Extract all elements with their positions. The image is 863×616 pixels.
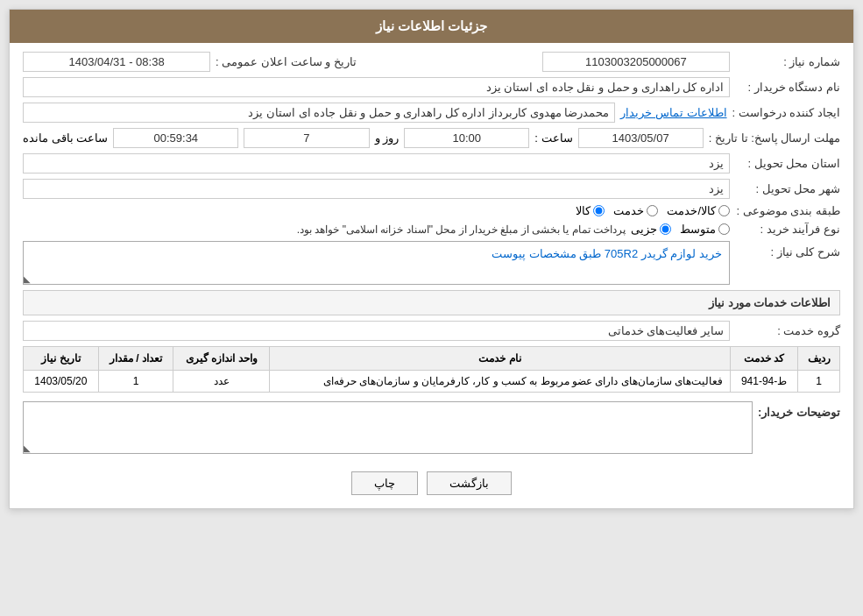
service-group-label: گروه خدمت : [735,324,840,337]
response-time-value: 10:00 [404,128,529,148]
remaining-value: 00:59:34 [113,128,238,148]
col-header-service-code: کد خدمت [731,347,798,371]
category-radio-group: کالا/خدمت خدمت کالا [576,204,730,217]
actions-row: بازگشت چاپ [23,463,840,499]
purchase-type-motavaset-label: متوسط [680,223,716,236]
category-option-khedmat-label: خدمت [613,204,644,217]
announcement-datetime-value: 1403/04/31 - 08:38 [23,52,210,72]
delivery-province-row: استان محل تحویل : یزد [23,153,840,173]
category-option-kala-khedmat[interactable]: کالا/خدمت [667,204,730,217]
need-description-label: شرح کلی نیاز : [735,241,840,258]
contact-link[interactable]: اطلاعات تماس خریدار [620,106,726,119]
need-description-value: خرید لوازم گریدر 705R2 طبق مشخصات پیوست [23,241,730,285]
announcement-datetime-label: تاریخ و ساعت اعلان عمومی : [216,55,357,68]
purchase-type-radio-jozii[interactable] [660,223,671,235]
purchase-type-label: نوع فرآیند خرید : [735,223,840,236]
category-option-khedmat[interactable]: خدمت [613,204,658,217]
category-radio-khedmat[interactable] [647,205,658,216]
cell-unit: عدد [173,371,270,393]
table-row: 1 ط-94-941 فعالیت‌های سازمان‌های دارای ع… [24,371,840,393]
print-button[interactable]: چاپ [351,471,418,495]
need-number-label: شماره نیاز : [735,55,840,68]
cell-row-number: 1 [798,371,840,393]
remaining-label: ساعت باقی مانده [23,131,108,145]
services-section-title: اطلاعات خدمات مورد نیاز [23,290,840,315]
purchase-type-option-jozii[interactable]: جزیی [631,223,671,236]
purchase-type-option-motavaset[interactable]: متوسط [680,223,730,236]
col-header-quantity: تعداد / مقدار [98,347,173,371]
service-group-value: سایر فعالیت‌های خدماتی [23,321,730,341]
back-button[interactable]: بازگشت [427,471,512,495]
delivery-city-label: شهر محل تحویل : [735,182,840,195]
service-group-row: گروه خدمت : سایر فعالیت‌های خدماتی [23,321,840,341]
creator-label: ایجاد کننده درخواست : [732,106,840,119]
cell-service-code: ط-94-941 [731,371,798,393]
need-description-row: شرح کلی نیاز : خرید لوازم گریدر 705R2 طب… [23,241,840,285]
delivery-province-value: یزد [23,153,730,173]
response-days-value: 7 [244,128,369,148]
buyer-notes-row: توضیحات خریدار: [23,401,840,454]
response-time-label: ساعت : [534,131,572,145]
col-header-service-name: نام خدمت [270,347,731,371]
content-area: شماره نیاز : 1103003205000067 تاریخ و سا… [10,43,853,508]
category-option-kala-khedmat-label: کالا/خدمت [667,204,716,217]
page-title: جزئیات اطلاعات نیاز [376,18,487,33]
cell-date: 1403/05/20 [24,371,99,393]
col-header-row-number: ردیف [798,347,840,371]
category-option-kala-label: کالا [576,204,591,217]
page-container: جزئیات اطلاعات نیاز شماره نیاز : 1103003… [9,9,854,509]
cell-service-name: فعالیت‌های سازمان‌های دارای عضو مربوط به… [270,371,731,393]
buyer-notes-box [23,401,753,454]
buyer-org-label: نام دستگاه خریدار : [735,81,840,94]
buyer-org-row: نام دستگاه خریدار : اداره کل راهداری و ح… [23,77,840,97]
category-row: طبقه بندی موضوعی : کالا/خدمت خدمت کالا [23,204,840,217]
purchase-type-jozii-label: جزیی [631,223,657,236]
need-number-row: شماره نیاز : 1103003205000067 تاریخ و سا… [23,52,840,72]
category-label: طبقه بندی موضوعی : [735,204,840,217]
delivery-city-value: یزد [23,179,730,199]
response-date-value: 1403/05/07 [578,128,704,148]
cell-quantity: 1 [98,371,173,393]
creator-row: ایجاد کننده درخواست : اطلاعات تماس خریدا… [23,103,840,123]
category-radio-kala[interactable] [593,205,605,216]
purchase-type-radio-group: متوسط جزیی [631,223,730,236]
services-table: ردیف کد خدمت نام خدمت واحد اندازه گیری ت… [23,346,840,393]
purchase-type-row: نوع فرآیند خرید : متوسط جزیی پرداخت تمام… [23,223,840,236]
page-header: جزئیات اطلاعات نیاز [10,10,853,43]
response-deadline-row: مهلت ارسال پاسخ: تا تاریخ : 1403/05/07 س… [23,128,840,148]
response-deadline-label: مهلت ارسال پاسخ: تا تاریخ : [709,131,840,145]
buyer-org-value: اداره کل راهداری و حمل و نقل جاده ای است… [23,77,730,97]
creator-value: محمدرضا مهدوی کاربرداز اداره کل راهداری … [23,103,615,123]
col-header-unit: واحد اندازه گیری [173,347,270,371]
purchase-type-note: پرداخت تمام یا بخشی از مبلغ خریدار از مح… [297,223,626,236]
category-option-kala[interactable]: کالا [576,204,605,217]
table-header-row: ردیف کد خدمت نام خدمت واحد اندازه گیری ت… [24,347,840,371]
category-radio-kala-khedmat[interactable] [718,205,730,216]
col-header-date: تاریخ نیاز [24,347,99,371]
purchase-type-radio-motavaset[interactable] [718,223,730,235]
delivery-city-row: شهر محل تحویل : یزد [23,179,840,199]
buyer-notes-label: توضیحات خریدار: [758,401,840,419]
need-number-value: 1103003205000067 [542,52,730,72]
delivery-province-label: استان محل تحویل : [735,157,840,170]
response-days-label: روز و [375,131,400,145]
